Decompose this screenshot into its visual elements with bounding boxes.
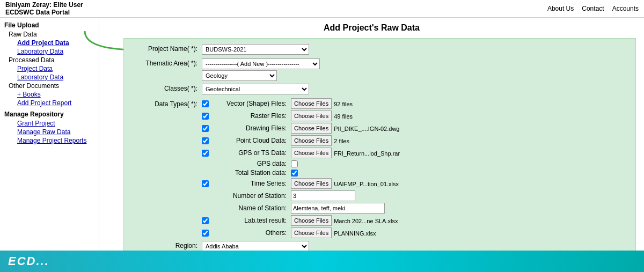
top-bar: Biniyam Zeray: Elite User ECDSWC Data Po… — [0, 0, 644, 18]
dt-total-station-checkbox[interactable] — [291, 170, 298, 177]
dt-raster-checkbox[interactable] — [202, 113, 209, 120]
dt-gps-ts-label: GPS or TS Data: — [211, 149, 289, 157]
dt-name-station-label: Name of Station: — [211, 204, 289, 212]
project-name-select[interactable]: BUDSWS-2021 — [202, 44, 309, 55]
dt-gps-label: GPS data: — [211, 160, 289, 167]
form-container: Project Name( *): BUDSWS-2021 Thematic A… — [123, 38, 636, 272]
dt-labtest-checkbox[interactable] — [202, 217, 209, 224]
dt-total-station-row: Total Station data: — [202, 169, 298, 177]
dt-labtest-choose-btn[interactable]: Choose Files — [291, 215, 332, 226]
dt-others-choose-btn[interactable]: Choose Files — [291, 227, 332, 238]
dt-others-checkbox[interactable] — [202, 230, 209, 237]
dt-timeseries-label: Time Series: — [211, 180, 289, 187]
dt-num-station-row: Number of Station: — [202, 190, 355, 201]
classes-label: Classes( *): — [132, 84, 202, 92]
region-label: Region: — [132, 241, 202, 249]
dt-others-info: PLANNING.xlsx — [334, 229, 376, 237]
dt-drawing-info: PII_DIKE_....IGN-02.dwg — [334, 124, 399, 132]
dt-pointcloud-info: 2 files — [334, 137, 349, 144]
data-types-row: Data Types( *): Vector (Shape) Files: Ch… — [132, 98, 627, 238]
dt-raster-info: 49 files — [334, 112, 353, 120]
dt-labtest-label: Lab.test result: — [211, 217, 289, 224]
dt-gps-ts-info: FRI_Return...iod_Shp.rar — [334, 149, 400, 157]
data-types-label: Data Types( *): — [132, 99, 202, 108]
dt-vector-row: Vector (Shape) Files: Choose Files 92 fi… — [202, 98, 353, 109]
sidebar-item-add-project-report[interactable]: Add Project Report — [0, 99, 99, 107]
data-types-wrap: Vector (Shape) Files: Choose Files 92 fi… — [202, 98, 627, 238]
dt-pointcloud-checkbox[interactable] — [202, 137, 209, 144]
dt-others-row: Others: Choose Files PLANNING.xlsx — [202, 227, 376, 238]
project-name-wrap: BUDSWS-2021 — [202, 44, 627, 55]
thematic-area-label: Thematic Area( *): — [132, 58, 202, 67]
sidebar: File Upload Raw Data Add Project Data La… — [0, 18, 99, 272]
dt-timeseries-info: UAIFMP_P...tion_01.xlsx — [334, 180, 399, 187]
dt-vector-info: 92 files — [334, 100, 353, 107]
dt-vector-checkbox[interactable] — [202, 100, 209, 107]
dt-vector-label: Vector (Shape) Files: — [211, 100, 289, 107]
sidebar-item-add-project-data[interactable]: Add Project Data — [0, 39, 99, 47]
main-layout: File Upload Raw Data Add Project Data La… — [0, 18, 644, 272]
sidebar-item-laboratory-data-1[interactable]: Laboratory Data — [0, 47, 99, 56]
sidebar-raw-data: Raw Data — [0, 30, 99, 39]
dt-total-station-label: Total Station data: — [211, 169, 289, 177]
dt-timeseries-choose-btn[interactable]: Choose Files — [291, 178, 332, 189]
dt-labtest-row: Lab.test result: Choose Files March 202.… — [202, 215, 398, 226]
sidebar-item-laboratory-data-2[interactable]: Laboratory Data — [0, 73, 99, 82]
dt-labtest-info: March 202...ne SLA.xlsx — [334, 217, 398, 224]
dt-num-station-input[interactable] — [291, 190, 355, 201]
project-name-row: Project Name( *): BUDSWS-2021 — [132, 44, 627, 56]
thematic-area-row: Thematic Area( *): ----------------( Add… — [132, 58, 627, 81]
dt-timeseries-row: Time Series: Choose Files UAIFMP_P...tio… — [202, 178, 399, 189]
bottom-logo: ECD... — [8, 254, 49, 268]
contact-link[interactable]: Contact — [582, 5, 604, 12]
dt-raster-label: Raster Files: — [211, 112, 289, 120]
dt-gps-ts-checkbox[interactable] — [202, 150, 209, 157]
sidebar-item-books[interactable]: + Books — [0, 90, 99, 99]
dt-num-station-label: Number of Station: — [211, 192, 289, 200]
dt-name-station-input[interactable] — [291, 203, 385, 214]
dt-raster-choose-btn[interactable]: Choose Files — [291, 111, 332, 121]
page-title: Add Project's Raw Data — [107, 23, 636, 33]
dt-gps-ts-choose-btn[interactable]: Choose Files — [291, 148, 332, 158]
sidebar-item-manage-raw-data[interactable]: Manage Raw Data — [0, 128, 99, 136]
site-title: ECDSWC Data Portal — [5, 9, 83, 16]
dt-gps-checkbox[interactable] — [291, 160, 298, 167]
thematic-area-select-2[interactable]: Geology — [202, 70, 277, 81]
dt-others-label: Others: — [211, 229, 289, 237]
sidebar-other-documents: Other Documents — [0, 82, 99, 90]
sidebar-section-file-upload: File Upload — [0, 20, 99, 30]
region-select[interactable]: Addis Ababa — [202, 241, 309, 252]
sidebar-item-grant-project[interactable]: Grant Project — [0, 119, 99, 128]
dt-name-station-row: Name of Station: — [202, 203, 385, 214]
sidebar-processed-data: Processed Data — [0, 56, 99, 64]
about-us-link[interactable]: About Us — [547, 5, 574, 12]
dt-timeseries-checkbox[interactable] — [202, 180, 209, 187]
dt-drawing-checkbox[interactable] — [202, 125, 209, 132]
region-wrap: Addis Ababa — [202, 241, 627, 252]
nav-links: About Us Contact Accounts — [547, 5, 639, 12]
thematic-area-select-1[interactable]: ----------------( Add New )-------------… — [202, 58, 320, 69]
project-name-label: Project Name( *): — [132, 44, 202, 53]
sidebar-manage-repository: Manage Repository — [0, 109, 99, 119]
thematic-area-wrap: ----------------( Add New )-------------… — [202, 58, 627, 81]
dt-pointcloud-row: Point Cloud Data: Choose Files 2 files — [202, 135, 349, 146]
dt-raster-row: Raster Files: Choose Files 49 files — [202, 111, 353, 121]
dt-drawing-choose-btn[interactable]: Choose Files — [291, 123, 332, 134]
classes-row: Classes( *): Geotechnical — [132, 84, 627, 95]
dt-drawing-label: Drawing Files: — [211, 124, 289, 132]
accounts-link[interactable]: Accounts — [612, 5, 639, 12]
dt-vector-choose-btn[interactable]: Choose Files — [291, 98, 332, 109]
dt-pointcloud-label: Point Cloud Data: — [211, 137, 289, 144]
dt-gps-row: GPS data: — [202, 160, 298, 167]
sidebar-item-manage-project-reports[interactable]: Manage Project Reports — [0, 136, 99, 145]
classes-wrap: Geotechnical — [202, 84, 627, 94]
dt-gps-ts-row: GPS or TS Data: Choose Files FRI_Return.… — [202, 148, 400, 158]
sidebar-item-project-data[interactable]: Project Data — [0, 64, 99, 73]
content-area: Add Project's Raw Data Project Name( *):… — [99, 18, 644, 272]
user-title: Biniyam Zeray: Elite User — [5, 1, 83, 9]
dt-pointcloud-choose-btn[interactable]: Choose Files — [291, 135, 332, 146]
bottom-bar: ECD... — [0, 251, 644, 272]
classes-select[interactable]: Geotechnical — [202, 84, 309, 94]
dt-drawing-row: Drawing Files: Choose Files PII_DIKE_...… — [202, 123, 399, 134]
